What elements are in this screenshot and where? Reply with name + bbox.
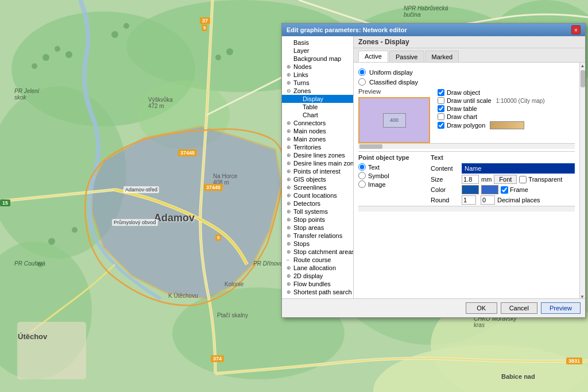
radio-symbol[interactable]	[358, 172, 366, 179]
transparent-checkbox[interactable]	[519, 176, 527, 183]
tree-item-route-course[interactable]: –Route course	[282, 256, 353, 264]
tree-panel[interactable]: Basis Layer Background map ⊕Nodes ⊕Links…	[282, 36, 354, 298]
svg-point-20	[215, 55, 221, 60]
draw-polygon-checkbox[interactable]	[438, 122, 444, 129]
round-row: Round Decimal places	[431, 195, 575, 205]
uniform-display-radio[interactable]	[358, 68, 366, 76]
label-symbol: Symbol	[368, 172, 389, 179]
point-object-type-section: Point object type Text Symbol	[358, 154, 421, 206]
tab-active[interactable]: Active	[358, 51, 388, 62]
preview-box: Preview 400	[358, 88, 433, 143]
tree-item-basis[interactable]: Basis	[282, 39, 353, 47]
radio-image[interactable]	[358, 180, 366, 188]
tree-item-stop-areas[interactable]: ⊕Stop areas	[282, 224, 353, 232]
size-input[interactable]	[462, 175, 479, 184]
tree-item-poi[interactable]: ⊕Points of interest	[282, 167, 353, 175]
tree-item-links[interactable]: ⊕Links	[282, 71, 353, 79]
polygon-color-swatch[interactable]	[490, 121, 524, 129]
tree-item-detectors[interactable]: ⊕Detectors	[282, 199, 353, 207]
draw-table-checkbox[interactable]	[438, 105, 444, 112]
road-badge-37445-2: 37445	[204, 184, 223, 191]
tree-item-zones-chart[interactable]: Chart	[282, 111, 353, 119]
road-badge-37: 37	[200, 17, 210, 24]
tree-item-stops[interactable]: ⊕Stops	[282, 240, 353, 248]
scroll-thumb[interactable]	[581, 70, 585, 87]
color-swatch-2[interactable]	[481, 185, 498, 194]
color-swatch-1[interactable]	[462, 185, 479, 194]
h-scroll-thumb-1	[359, 144, 382, 149]
tree-item-background-map[interactable]: Background map	[282, 55, 353, 63]
tree-item-zones-table[interactable]: Table	[282, 103, 353, 111]
zone-display-header: Zones - Display	[354, 36, 585, 48]
tree-item-gis[interactable]: ⊕GIS objects	[282, 175, 353, 183]
tree-item-catchment[interactable]: ⊕Stop catchment areas	[282, 248, 353, 256]
cancel-button[interactable]: Cancel	[501, 302, 537, 314]
frame-checkbox[interactable]	[501, 186, 508, 194]
horizontal-scrollbar-1[interactable]	[358, 143, 575, 149]
dialog-title: Edit graphic parameters: Network editor	[287, 26, 407, 33]
main-content-split: Preview 400 Draw object	[358, 88, 575, 143]
round-input[interactable]	[462, 195, 476, 205]
scroll-down-arrow[interactable]: ▼	[580, 294, 585, 298]
tree-item-connectors[interactable]: ⊕Connectors	[282, 119, 353, 127]
edit-graphic-parameters-dialog: Edit graphic parameters: Network editor …	[281, 23, 586, 318]
tree-item-screenlines[interactable]: ⊕Screenlines	[282, 183, 353, 191]
tree-item-main-nodes[interactable]: ⊕Main nodes	[282, 127, 353, 135]
tree-item-turns[interactable]: ⊕Turns	[282, 79, 353, 87]
decimal-input[interactable]	[481, 195, 495, 205]
content-vertical-scrollbar[interactable]: ▲ ▼	[579, 63, 585, 298]
tab-passive[interactable]: Passive	[389, 51, 424, 62]
tree-item-transfer[interactable]: ⊕Transfer relations	[282, 232, 353, 240]
color-row: Color Frame	[431, 185, 575, 194]
draw-chart-checkbox[interactable]	[438, 113, 444, 120]
draw-object-checkbox[interactable]	[438, 89, 444, 96]
svg-point-14	[42, 54, 49, 61]
horizontal-scrollbar-2[interactable]	[358, 206, 575, 212]
tree-item-desire-zones[interactable]: ⊕Desire lines zones	[282, 151, 353, 159]
preview-button[interactable]: Preview	[541, 302, 581, 314]
svg-point-21	[226, 48, 233, 55]
svg-point-17	[32, 63, 37, 69]
draw-polygon-label: Draw polygon	[447, 122, 485, 129]
frame-label: Frame	[510, 186, 539, 193]
svg-point-18	[111, 31, 118, 38]
tree-item-flow[interactable]: ⊕Flow bundles	[282, 280, 353, 288]
draw-until-scale-checkbox[interactable]	[438, 97, 444, 104]
tree-item-nodes[interactable]: ⊕Nodes	[282, 63, 353, 71]
radio-text-row: Text	[358, 163, 421, 171]
tree-item-count[interactable]: ⊕Count locations	[282, 191, 353, 199]
tree-item-stop-points[interactable]: ⊕Stop points	[282, 216, 353, 224]
tree-item-2d[interactable]: ⊕2D display	[282, 272, 353, 280]
label-image: Image	[368, 181, 386, 188]
radio-text[interactable]	[358, 163, 366, 171]
road-badge-37445-1: 37445	[178, 149, 197, 156]
tree-item-toll[interactable]: ⊕Toll systems	[282, 207, 353, 216]
color-label: Color	[431, 186, 459, 193]
draw-chart-row: Draw chart	[438, 113, 575, 120]
uniform-display-label: Uniform display	[369, 69, 413, 76]
tree-item-zones-display[interactable]: Display	[282, 95, 353, 103]
tab-marked[interactable]: Marked	[425, 51, 459, 62]
ok-button[interactable]: OK	[466, 302, 497, 314]
close-button[interactable]: ×	[571, 25, 581, 34]
content-input[interactable]	[462, 163, 575, 174]
tree-item-desire-main-zones[interactable]: ⊕Desire lines main zones	[282, 159, 353, 167]
tree-item-lane[interactable]: ⊕Lane allocation	[282, 264, 353, 272]
svg-point-33	[37, 262, 43, 267]
tree-item-main-zones[interactable]: ⊕Main zones	[282, 135, 353, 143]
tree-item-zones[interactable]: ⊖Zones	[282, 87, 353, 95]
draw-until-scale-row: Draw until scale 1:10000 (City map)	[438, 97, 575, 104]
transparent-label: Transparent	[528, 176, 557, 183]
svg-rect-13	[17, 322, 86, 379]
scroll-up-arrow[interactable]: ▲	[581, 63, 585, 69]
decimal-places-label: Decimal places	[497, 197, 540, 203]
tree-item-layer[interactable]: Layer	[282, 47, 353, 55]
dialog-titlebar: Edit graphic parameters: Network editor …	[282, 24, 585, 36]
classified-display-radio[interactable]	[358, 78, 366, 86]
svg-point-16	[65, 51, 72, 58]
tree-item-territories[interactable]: ⊕Territories	[282, 143, 353, 151]
font-button[interactable]: Font	[494, 175, 517, 184]
content-label: Content	[431, 165, 459, 172]
tree-item-shortest[interactable]: ⊕Shortest path search	[282, 288, 353, 296]
classified-display-label: Classified display	[369, 79, 418, 86]
